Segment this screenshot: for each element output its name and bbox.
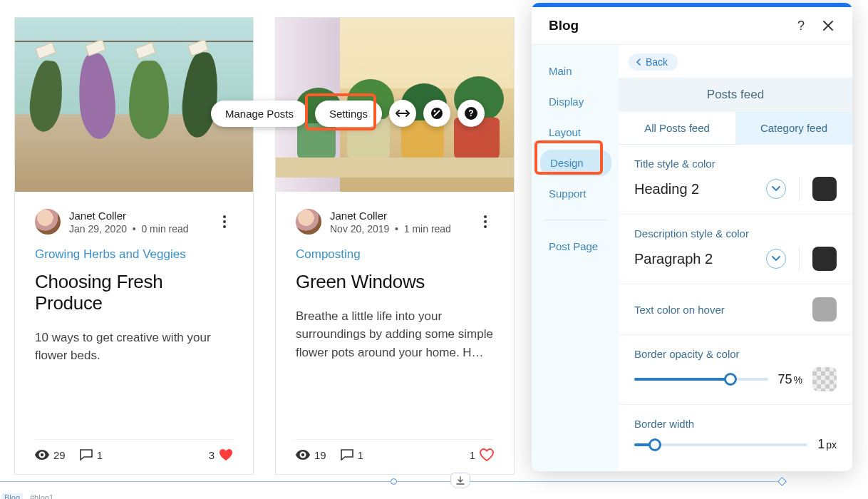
- comment-icon: [341, 449, 353, 461]
- option-label: Title style & color: [634, 158, 837, 170]
- views-stat: 19: [296, 449, 326, 461]
- panel-sidebar: Main Display Layout Design Support Post …: [532, 45, 619, 471]
- eye-icon: [296, 450, 310, 460]
- element-toolbar: Manage Posts Settings ?: [211, 100, 485, 127]
- title-style-value: Heading 2: [634, 181, 758, 197]
- heart-icon: [480, 448, 494, 461]
- stretch-icon: [396, 108, 410, 118]
- option-description-style: Description style & color Paragraph 2: [619, 215, 852, 284]
- resize-handle-bottom-center[interactable]: [391, 478, 397, 485]
- tab-category-feed[interactable]: Category feed: [735, 112, 852, 145]
- option-label: Text color on hover: [634, 304, 804, 316]
- comments-stat[interactable]: 1: [341, 449, 363, 461]
- editor-canvas: Janet Coller Jan 29, 2020 • 0 min read G…: [0, 0, 868, 499]
- option-label: Border width: [634, 418, 837, 430]
- title-color-swatch[interactable]: [812, 177, 837, 201]
- description-style-value: Paragraph 2: [634, 251, 758, 267]
- post-category-link[interactable]: Growing Herbs and Veggies: [35, 247, 233, 262]
- settings-button[interactable]: Settings: [315, 101, 382, 127]
- help-button[interactable]: ?: [458, 100, 485, 127]
- sidebar-item-support[interactable]: Support: [532, 180, 619, 207]
- download-icon: [456, 476, 465, 485]
- design-presets-button[interactable]: [423, 100, 450, 127]
- title-style-dropdown[interactable]: [766, 179, 786, 199]
- stretch-button[interactable]: [389, 100, 416, 127]
- author-avatar[interactable]: [35, 209, 61, 235]
- option-border-width: Border width 1px: [619, 405, 852, 465]
- sidebar-item-main[interactable]: Main: [532, 58, 619, 84]
- section-heading: Posts feed: [619, 78, 852, 112]
- post-meta: Jan 29, 2020 • 0 min read: [69, 223, 207, 235]
- post-meta: Nov 20, 2019 • 1 min read: [330, 223, 468, 235]
- paint-icon: [430, 106, 444, 120]
- chevron-left-icon: [636, 58, 641, 66]
- sidebar-item-post-page[interactable]: Post Page: [532, 233, 619, 259]
- post-title[interactable]: Choosing Fresh Produce: [35, 272, 233, 314]
- eye-icon: [35, 450, 49, 460]
- author-avatar[interactable]: [296, 209, 321, 235]
- option-label: Border opacity & color: [634, 348, 837, 360]
- panel-help-button[interactable]: ?: [792, 17, 810, 34]
- sidebar-item-design[interactable]: Design: [540, 150, 611, 176]
- author-name[interactable]: Janet Coller: [69, 210, 207, 222]
- comments-stat[interactable]: 1: [80, 449, 103, 461]
- post-more-button[interactable]: [216, 215, 233, 228]
- post-card[interactable]: Janet Coller Jan 29, 2020 • 0 min read G…: [14, 17, 254, 475]
- post-excerpt: 10 ways to get creative with your flower…: [35, 329, 233, 365]
- option-border-opacity: Border opacity & color 75%: [619, 335, 852, 405]
- blog-settings-panel: Blog ? Main Display Layout Design Suppor…: [532, 3, 852, 471]
- likes-stat[interactable]: 3: [209, 448, 233, 461]
- chevron-down-icon: [772, 256, 780, 262]
- author-name[interactable]: Janet Coller: [330, 210, 468, 222]
- heart-icon: [219, 448, 233, 461]
- post-card[interactable]: Janet Coller Nov 20, 2019 • 1 min read C…: [275, 17, 515, 475]
- svg-point-3: [434, 110, 436, 113]
- likes-stat[interactable]: 1: [470, 448, 494, 461]
- description-color-swatch[interactable]: [812, 247, 837, 271]
- hover-color-swatch[interactable]: [812, 297, 837, 321]
- comment-icon: [80, 449, 93, 461]
- border-color-swatch[interactable]: [812, 367, 837, 391]
- post-more-button[interactable]: [477, 215, 494, 228]
- sidebar-item-layout[interactable]: Layout: [532, 119, 619, 145]
- download-button[interactable]: [450, 473, 470, 488]
- close-icon: [823, 21, 833, 31]
- feed-tabs: All Posts feed Category feed: [619, 112, 852, 145]
- svg-text:?: ?: [468, 108, 473, 118]
- post-excerpt: Breathe a little life into your surround…: [296, 307, 494, 362]
- post-title[interactable]: Green Windows: [296, 272, 494, 293]
- description-style-dropdown[interactable]: [766, 249, 786, 269]
- question-icon: ?: [464, 106, 478, 120]
- option-title-style: Title style & color Heading 2: [619, 145, 852, 215]
- svg-point-0: [41, 453, 43, 456]
- manage-posts-button[interactable]: Manage Posts: [211, 101, 308, 127]
- option-hover-color: Text color on hover: [619, 284, 852, 335]
- border-width-slider[interactable]: [634, 438, 807, 452]
- border-opacity-slider[interactable]: [634, 372, 768, 386]
- element-id-label: #blog1: [30, 493, 53, 499]
- panel-title: Blog: [549, 18, 782, 34]
- panel-close-button[interactable]: [820, 17, 837, 34]
- svg-point-1: [301, 453, 304, 456]
- tab-all-posts[interactable]: All Posts feed: [619, 112, 735, 145]
- option-label: Description style & color: [634, 227, 837, 240]
- sidebar-divider: [544, 220, 606, 220]
- post-category-link[interactable]: Composting: [296, 247, 494, 262]
- views-stat: 29: [35, 449, 66, 461]
- element-type-label: Blog: [1, 493, 23, 499]
- sidebar-item-display[interactable]: Display: [532, 88, 619, 115]
- resize-handle-bottom-right[interactable]: [777, 477, 787, 486]
- back-button[interactable]: Back: [629, 53, 678, 71]
- chevron-down-icon: [772, 186, 780, 192]
- border-width-value: 1px: [817, 437, 837, 452]
- border-opacity-value: 75%: [778, 372, 802, 387]
